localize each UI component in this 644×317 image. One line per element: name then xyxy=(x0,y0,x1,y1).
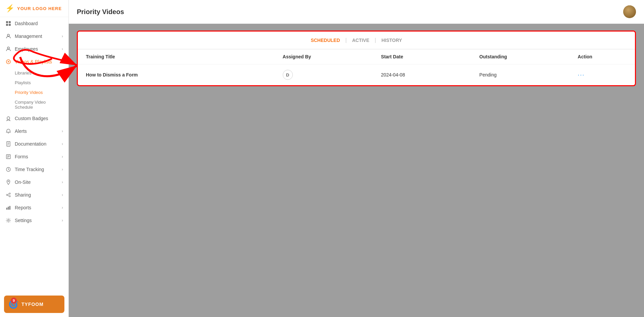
svg-rect-28 xyxy=(9,206,10,210)
svg-point-21 xyxy=(6,194,8,196)
sidebar-item-alerts[interactable]: Alerts › xyxy=(0,125,68,138)
svg-point-23 xyxy=(9,196,10,197)
logo-text: YOUR LOGO HERE xyxy=(17,6,62,11)
sidebar-item-management-label: Management xyxy=(15,34,58,39)
sidebar-item-custom-badges-label: Custom Badges xyxy=(15,116,63,121)
management-icon xyxy=(5,33,11,39)
svg-rect-2 xyxy=(9,21,11,23)
svg-point-8 xyxy=(7,117,10,119)
gear-icon xyxy=(5,217,11,223)
sidebar-item-documentation[interactable]: Documentation › xyxy=(0,138,68,150)
svg-line-24 xyxy=(8,194,9,195)
avatar-image xyxy=(623,5,636,18)
logo-bolt-icon: ⚡ xyxy=(5,5,14,12)
alerts-chevron-icon: › xyxy=(62,129,63,134)
svg-point-29 xyxy=(8,220,9,221)
cell-start-date: 2024-04-08 xyxy=(381,72,479,77)
documentation-chevron-icon: › xyxy=(62,142,63,146)
tyfoom-button[interactable]: 9 🌀 TYFOOM xyxy=(4,296,64,313)
videos-chevron-icon: ∨ xyxy=(60,59,63,64)
sidebar-item-sharing-label: Sharing xyxy=(15,192,58,198)
svg-point-20 xyxy=(8,181,9,182)
col-start-date: Start Date xyxy=(381,54,479,59)
sidebar-item-time-tracking-label: Time Tracking xyxy=(15,167,58,172)
svg-point-22 xyxy=(9,193,10,194)
sidebar-item-dashboard-label: Dashboard xyxy=(15,21,63,26)
on-site-chevron-icon: › xyxy=(62,180,63,184)
sidebar-item-reports[interactable]: Reports › xyxy=(0,201,68,214)
sidebar-item-on-site[interactable]: On-Site › xyxy=(0,176,68,189)
cell-assigned-by: D xyxy=(283,70,381,80)
page-title: Priority Videos xyxy=(77,8,124,16)
videos-sub-menu: Libraries Playlists Priority Videos Comp… xyxy=(0,68,68,112)
sidebar-item-dashboard[interactable]: Dashboard xyxy=(0,17,68,30)
cell-training-title: How to Dismiss a Form xyxy=(86,72,283,77)
svg-rect-26 xyxy=(6,208,7,210)
sidebar-item-libraries[interactable]: Libraries xyxy=(0,68,68,78)
sidebar-item-videos-playlists[interactable]: Videos & Playlists ∨ xyxy=(0,55,68,68)
sidebar-item-employees-label: Employees xyxy=(15,46,58,52)
priority-videos-card: SCHEDULED | ACTIVE | HISTORY Training Ti… xyxy=(77,31,636,86)
tab-history[interactable]: HISTORY xyxy=(376,36,407,44)
doc-icon xyxy=(5,141,11,147)
reports-chevron-icon: › xyxy=(62,205,63,210)
pin-icon xyxy=(5,179,11,185)
employees-icon xyxy=(5,46,11,52)
svg-line-19 xyxy=(8,169,9,170)
sidebar: ⚡ YOUR LOGO HERE Dashboard Management › xyxy=(0,0,69,317)
management-chevron-icon: › xyxy=(62,34,63,39)
tyfoom-notification-badge: 9 xyxy=(11,298,17,304)
sidebar-item-management[interactable]: Management › xyxy=(0,30,68,43)
sharing-chevron-icon: › xyxy=(62,193,63,197)
sidebar-item-employees[interactable]: Employees › xyxy=(0,43,68,55)
share-icon xyxy=(5,192,11,198)
sidebar-item-sharing[interactable]: Sharing › xyxy=(0,189,68,201)
cell-outstanding: Pending xyxy=(479,72,578,77)
sidebar-item-time-tracking[interactable]: Time Tracking › xyxy=(0,163,68,176)
assigned-by-avatar: D xyxy=(283,70,293,80)
employees-chevron-icon: › xyxy=(62,47,63,51)
clock-icon xyxy=(5,166,11,172)
svg-rect-4 xyxy=(9,24,11,26)
alerts-icon xyxy=(5,128,11,134)
sidebar-item-company-video-schedule[interactable]: Company Video Schedule xyxy=(0,97,68,112)
card-tabs: SCHEDULED | ACTIVE | HISTORY xyxy=(78,32,635,49)
forms-chevron-icon: › xyxy=(62,154,63,159)
sidebar-item-reports-label: Reports xyxy=(15,205,58,210)
sidebar-item-priority-videos[interactable]: Priority Videos xyxy=(0,88,68,97)
sidebar-item-alerts-label: Alerts xyxy=(15,128,58,134)
sidebar-item-playlists[interactable]: Playlists xyxy=(0,78,68,88)
svg-line-25 xyxy=(8,195,9,196)
logo-area: ⚡ YOUR LOGO HERE xyxy=(0,0,68,17)
sidebar-item-forms-label: Forms xyxy=(15,154,58,159)
sidebar-item-settings[interactable]: Settings › xyxy=(0,214,68,227)
col-action: Action xyxy=(578,54,627,59)
sidebar-bottom: 9 🌀 TYFOOM xyxy=(0,292,68,317)
sidebar-item-custom-badges[interactable]: Custom Badges xyxy=(0,112,68,125)
svg-point-6 xyxy=(7,47,9,49)
settings-chevron-icon: › xyxy=(62,218,63,223)
cell-action[interactable]: ··· xyxy=(578,71,627,78)
reports-icon xyxy=(5,205,11,211)
time-tracking-chevron-icon: › xyxy=(62,167,63,172)
tab-active[interactable]: ACTIVE xyxy=(347,36,375,44)
svg-point-5 xyxy=(7,34,9,36)
tab-scheduled[interactable]: SCHEDULED xyxy=(305,36,345,44)
sidebar-item-settings-label: Settings xyxy=(15,218,58,223)
content-area: SCHEDULED | ACTIVE | HISTORY Training Ti… xyxy=(69,24,644,317)
table-row: How to Dismiss a Form D 2024-04-08 Pendi… xyxy=(78,64,635,85)
col-assigned-by: Assigned By xyxy=(283,54,381,59)
dashboard-icon xyxy=(5,20,11,27)
table-header: Training Title Assigned By Start Date Ou… xyxy=(78,49,635,64)
svg-rect-27 xyxy=(8,207,9,210)
sidebar-item-videos-label: Videos & Playlists xyxy=(15,59,57,64)
sidebar-item-forms[interactable]: Forms › xyxy=(0,150,68,163)
col-training-title: Training Title xyxy=(86,54,283,59)
action-dots-button[interactable]: ··· xyxy=(578,71,585,78)
avatar[interactable] xyxy=(623,5,636,18)
forms-icon xyxy=(5,154,11,160)
videos-icon xyxy=(5,59,11,65)
badge-icon xyxy=(5,115,11,121)
tyfoom-label: TYFOOM xyxy=(21,302,44,307)
header: Priority Videos xyxy=(69,0,644,24)
